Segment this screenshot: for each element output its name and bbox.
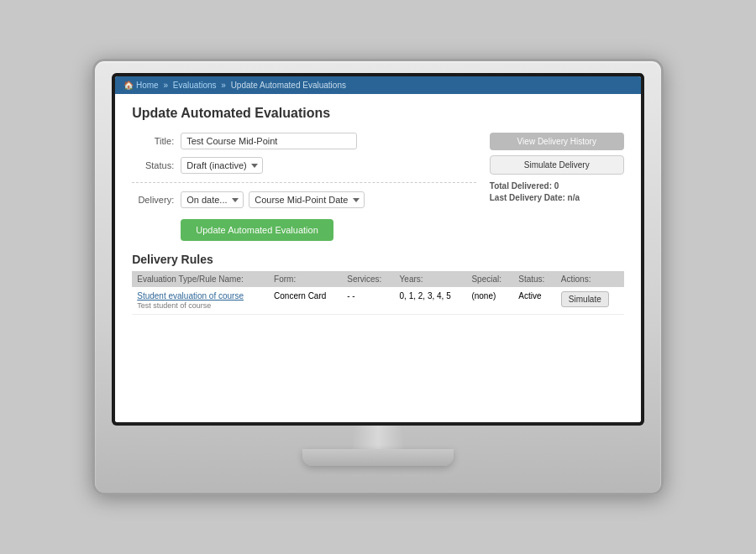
table-row: Student evaluation of course Test studen…: [132, 287, 624, 315]
main-content: Update Automated Evaluations Title: Stat…: [115, 94, 641, 422]
nav-current: Update Automated Evaluations: [231, 81, 346, 90]
col-eval-type: Evaluation Type/Rule Name:: [132, 271, 269, 287]
col-years: Years:: [395, 271, 467, 287]
delivery-stats: Total Delivered: 0 Last Delivery Date: n…: [490, 181, 624, 202]
form-divider: [132, 182, 476, 183]
total-delivered-value: 0: [554, 181, 559, 191]
delivery-row: Delivery: On date... Course Mid-Point Da…: [132, 191, 476, 208]
nav-bar: 🏠 Home » Evaluations » Update Automated …: [115, 76, 641, 94]
delivery-rules-table: Evaluation Type/Rule Name: Form: Service…: [132, 271, 624, 315]
screen: 🏠 Home » Evaluations » Update Automated …: [115, 76, 641, 422]
eval-sub: Test student of course: [137, 301, 211, 310]
delivery-select-1[interactable]: On date...: [181, 191, 244, 208]
total-delivered-row: Total Delivered: 0: [490, 181, 624, 191]
col-actions: Actions:: [556, 271, 624, 287]
cell-eval-type: Student evaluation of course Test studen…: [132, 287, 269, 315]
form-right: View Delivery History Simulate Delivery …: [490, 133, 624, 241]
screen-bezel: 🏠 Home » Evaluations » Update Automated …: [112, 73, 644, 426]
simulate-row-button[interactable]: Simulate: [561, 291, 609, 307]
status-row: Status: Draft (inactive): [132, 157, 476, 174]
nav-home-link[interactable]: Home: [136, 81, 159, 90]
cell-status: Active: [513, 287, 556, 315]
form-section: Title: Status: Draft (inactive): [132, 133, 624, 241]
col-form: Form:: [269, 271, 342, 287]
cell-special: (none): [466, 287, 513, 315]
col-services: Services:: [342, 271, 394, 287]
view-history-button[interactable]: View Delivery History: [490, 133, 624, 150]
col-status: Status:: [513, 271, 556, 287]
update-button[interactable]: Update Automated Evaluation: [181, 219, 333, 241]
delivery-controls: On date... Course Mid-Point Date: [181, 191, 365, 208]
monitor-neck: [353, 426, 403, 449]
title-input[interactable]: [181, 133, 357, 149]
last-delivery-row: Last Delivery Date: n/a: [490, 193, 624, 202]
total-delivered-label: Total Delivered:: [490, 181, 552, 191]
delivery-rules-title: Delivery Rules: [132, 253, 624, 266]
cell-services: - -: [342, 287, 394, 315]
monitor-shell: 🏠 Home » Evaluations » Update Automated …: [92, 59, 664, 495]
title-label: Title:: [132, 136, 181, 146]
status-label: Status:: [132, 160, 181, 170]
simulate-delivery-button[interactable]: Simulate Delivery: [490, 155, 624, 175]
delivery-select-2[interactable]: Course Mid-Point Date: [249, 191, 365, 208]
title-row: Title:: [132, 133, 476, 149]
nav-evaluations-link[interactable]: Evaluations: [173, 81, 217, 90]
cell-actions: Simulate: [556, 287, 624, 315]
monitor-base: [302, 449, 454, 466]
page-title: Update Automated Evaluations: [132, 106, 624, 121]
last-delivery-label: Last Delivery Date:: [490, 193, 565, 202]
table-header-row: Evaluation Type/Rule Name: Form: Service…: [132, 271, 624, 287]
update-button-row: Update Automated Evaluation: [132, 216, 476, 241]
eval-link[interactable]: Student evaluation of course: [137, 291, 264, 301]
cell-form: Concern Card: [269, 287, 342, 315]
last-delivery-value: n/a: [568, 193, 580, 202]
delivery-label: Delivery:: [132, 195, 181, 205]
col-special: Special:: [466, 271, 513, 287]
form-left: Title: Status: Draft (inactive): [132, 133, 476, 241]
status-select[interactable]: Draft (inactive): [181, 157, 263, 174]
cell-years: 0, 1, 2, 3, 4, 5: [395, 287, 467, 315]
